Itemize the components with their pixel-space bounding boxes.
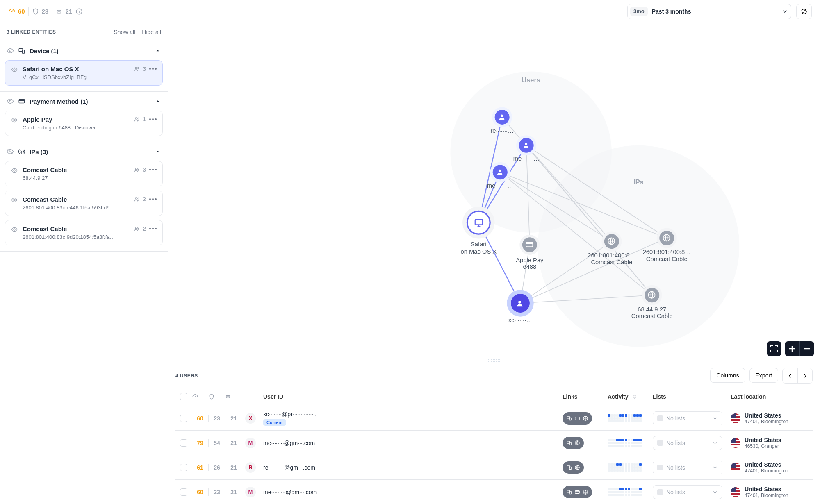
select-all-checkbox[interactable] [180,393,187,400]
row-checkbox[interactable] [180,415,187,422]
eye-icon[interactable] [7,98,14,105]
activity-heatmap [608,439,642,447]
lists-select[interactable]: No lists [653,485,722,499]
eye-icon[interactable] [11,197,18,203]
next-page-button[interactable] [797,368,812,383]
location: United States46530, Granger [731,437,813,449]
fullscreen-icon [769,342,779,356]
users-icon [134,225,140,232]
score-bot: 21 [226,464,242,471]
chevron-down-icon [712,489,718,495]
group-ips-header[interactable]: IPs (3) [0,142,168,161]
linked-users-count: 3 [134,166,146,173]
refresh-button[interactable] [796,4,812,19]
resize-handle[interactable] [482,359,506,362]
linked-users-count: 1 [134,116,146,123]
prev-page-button[interactable] [783,368,797,383]
sidebar-header: 3 LINKED ENTITIES Show all Hide all [0,23,168,41]
linked-users-count: 2 [134,225,146,232]
score-risk: 79 [192,440,208,446]
lists-select[interactable]: No lists [653,436,722,450]
eye-icon[interactable] [11,117,18,123]
location: United States47401, Bloomington [731,412,813,425]
zoom-in-button[interactable] [785,341,800,356]
eye-icon[interactable] [7,47,14,54]
eye-icon[interactable] [11,226,18,233]
graph-canvas[interactable]: Users IPs [168,23,820,362]
score-shield: 23 [209,415,225,422]
eye-icon[interactable] [11,167,18,174]
group-payment-header[interactable]: Payment Method (1) [0,92,168,111]
col-user-id[interactable]: User ID [260,393,563,400]
entity-card-ip[interactable]: Comcast Cable 2601:801:400:83c:9d20:1854… [5,220,163,245]
node-user-xc[interactable]: xc·······… [507,290,534,323]
score-bot: 21 [55,8,72,15]
activity-heatmap [608,488,642,496]
col-location[interactable]: Last location [731,393,813,400]
avatar: R [245,462,256,473]
svg-text:on Mac OS X: on Mac OS X [460,248,497,255]
row-checkbox[interactable] [180,464,187,471]
lists-select[interactable]: No lists [653,461,722,474]
more-icon[interactable] [149,68,157,70]
eye-off-icon[interactable] [7,148,14,155]
table-header: User ID Links Activity Lists Last locati… [175,388,813,406]
user-id: me·········@gm···.com [263,489,563,495]
eye-icon[interactable] [11,66,18,73]
show-all-link[interactable]: Show all [114,29,135,35]
chevron-left-icon [787,372,793,379]
sort-icon [632,394,638,400]
score-bot: 21 [226,415,242,422]
entity-card-ip[interactable]: Comcast Cable 2601:801:400:83c:e446:1f5a… [5,191,163,216]
shield-icon [208,393,215,400]
bot-icon [55,8,63,15]
list-swatch-icon [657,489,663,495]
range-chip: 3mo [630,7,648,16]
svg-point-50 [493,165,508,179]
svg-text:Users: Users [522,76,540,84]
globe-icon [572,463,582,472]
group-device-header[interactable]: Device (1) [0,41,168,60]
zoom-out-button[interactable] [800,341,814,356]
more-icon[interactable] [149,228,157,229]
flag-us-icon [731,463,740,472]
chevron-down-icon [781,8,788,15]
columns-button[interactable]: Columns [710,368,745,383]
col-activity[interactable]: Activity [608,393,653,400]
sidebar: 3 LINKED ENTITIES Show all Hide all Devi… [0,23,168,504]
date-range-picker[interactable]: 3mo Past 3 months [627,4,791,19]
more-icon[interactable] [149,169,157,170]
svg-text:re·······…: re·······… [490,127,514,134]
user-id: me········@gm···.com [263,440,563,446]
col-lists[interactable]: Lists [653,393,731,400]
more-icon[interactable] [149,198,157,200]
svg-point-44 [495,110,510,125]
list-swatch-icon [657,415,663,421]
antenna-icon [18,148,25,155]
table-row[interactable]: 60 23 21 M me·········@gm···.com No list… [175,479,813,504]
row-checkbox[interactable] [180,488,187,496]
gauge-icon [192,393,198,400]
chevron-down-icon [712,415,718,421]
svg-text:xc·······…: xc·······… [508,317,532,323]
graph-controls [767,341,814,356]
table-row[interactable]: 79 54 21 M me········@gm···.com No lists… [175,430,813,455]
entity-card-ip[interactable]: Comcast Cable 68.44.9.27 3 [5,161,163,186]
entity-card-device[interactable]: Safari on Mac OS X V_qCxl_lSDSbxvbZIg_BF… [5,60,163,86]
export-button[interactable]: Export [749,368,778,383]
main: Users IPs [168,23,820,504]
col-links[interactable]: Links [563,393,608,400]
fullscreen-button[interactable] [767,341,781,356]
lists-select[interactable]: No lists [653,411,722,425]
globe-icon [581,413,590,423]
score-bot: 21 [226,489,242,495]
row-checkbox[interactable] [180,439,187,447]
entity-card-payment[interactable]: Apple Pay Card ending in 6488 · Discover… [5,111,163,136]
users-icon [134,116,140,123]
more-icon[interactable] [149,118,157,120]
table-row[interactable]: 61 26 21 R re··········@gm···.com No lis… [175,455,813,479]
info-icon[interactable] [75,8,83,15]
hide-all-link[interactable]: Hide all [142,29,161,35]
current-badge: Current [263,419,286,426]
table-row[interactable]: 60 23 21 X xc········@pr·············.. … [175,406,813,430]
